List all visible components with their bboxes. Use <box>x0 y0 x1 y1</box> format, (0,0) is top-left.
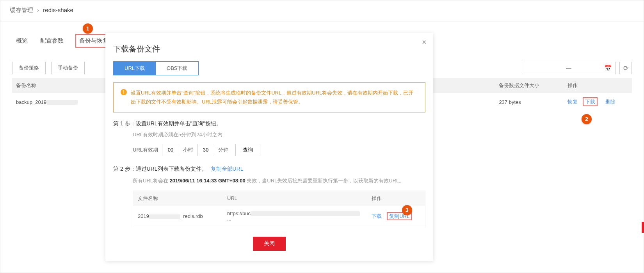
restore-link[interactable]: 恢复 <box>568 99 578 105</box>
hours-unit: 小时 <box>183 146 193 153</box>
col-file-ops: 操作 <box>367 191 425 206</box>
warning-text: 设置URL有效期并单击"查询"按钮，系统将生成临时的备份文件URL，超过有效期U… <box>131 88 418 107</box>
file-name-cell: 2019_redis.rdb <box>133 206 222 227</box>
col-file-url: URL <box>222 191 367 206</box>
redacted <box>46 100 78 105</box>
copy-all-url-link[interactable]: 复制全部URL <box>211 166 244 173</box>
tab-obs-download[interactable]: OBS下载 <box>156 62 198 75</box>
calendar-icon: 📅 <box>604 64 612 72</box>
modal-title: 下载备份文件 <box>105 33 433 61</box>
expire-suffix: 失效，当URL失效后接您需要重新执行第一步，以获取新的有效URL。 <box>247 178 404 184</box>
expire-prefix: 所有URL将会在 <box>133 178 168 184</box>
col-ops: 操作 <box>564 78 632 93</box>
backup-name-prefix: backup_2019 <box>16 99 46 105</box>
callout-badge-1: 1 <box>83 23 93 34</box>
expiry-notice: 所有URL将会在 2019/06/11 16:14:33 GMT+08:00 失… <box>133 177 425 185</box>
col-size: 备份数据文件大小 <box>495 78 563 93</box>
minutes-unit: 分钟 <box>218 146 228 153</box>
delete-link[interactable]: 删除 <box>605 99 616 105</box>
backup-strategy-button[interactable]: 备份策略 <box>12 62 46 74</box>
col-file-name: 文件名称 <box>133 191 222 206</box>
query-button[interactable]: 查询 <box>235 144 260 156</box>
warning-alert: ! 设置URL有效期并单击"查询"按钮，系统将生成临时的备份文件URL，超过有效… <box>113 82 425 112</box>
breadcrumb-sep: › <box>37 7 39 13</box>
step-1-label: 第 1 步：设置URL有效期并单击"查询"按钮。 <box>113 120 425 127</box>
file-url-prefix: https://buc <box>227 211 251 216</box>
step-2-label: 第 2 步：通过URL列表下载备份文件。 <box>113 166 207 173</box>
date-range-picker[interactable]: — 📅 <box>522 62 616 74</box>
breadcrumb: 缓存管理 › redis-shake <box>0 0 644 18</box>
download-backup-modal: × 下载备份文件 URL下载 OBS下载 ! 设置URL有效期并单击"查询"按钮… <box>105 33 433 261</box>
download-link[interactable]: 下载 <box>583 97 598 106</box>
manual-backup-button[interactable]: 手动备份 <box>51 62 85 74</box>
download-mode-tabs: URL下载 OBS下载 <box>113 61 199 75</box>
refresh-button[interactable]: ⟳ <box>619 62 632 74</box>
cell-size: 237 bytes <box>495 93 563 111</box>
minutes-input[interactable] <box>197 144 214 156</box>
expire-time: 2019/06/11 16:14:33 GMT+08:00 <box>170 178 246 184</box>
warning-icon: ! <box>121 89 127 95</box>
cell-ops: 恢复 下载 删除 <box>564 93 632 111</box>
tab-overview[interactable]: 概览 <box>15 36 28 46</box>
date-range-placeholder: — <box>566 65 571 71</box>
close-icon[interactable]: × <box>422 38 426 46</box>
callout-badge-3: 3 <box>402 205 412 215</box>
file-name-prefix: 2019 <box>138 213 149 219</box>
refresh-icon: ⟳ <box>623 64 628 72</box>
close-button[interactable]: 关闭 <box>253 237 286 251</box>
file-row: 2019_redis.rdb https://buc... 下载 复制URL <box>133 206 425 227</box>
file-download-link[interactable]: 下载 <box>372 213 382 219</box>
tab-params[interactable]: 配置参数 <box>39 36 64 46</box>
file-url-table: 文件名称 URL 操作 2019_redis.rdb https://buc..… <box>133 191 425 227</box>
expiry-form: URL有效期 小时 分钟 查询 <box>133 144 425 156</box>
redacted <box>251 211 360 216</box>
expiry-label: URL有效期 <box>133 146 158 153</box>
redacted <box>149 214 180 219</box>
file-ops-cell: 下载 复制URL <box>367 206 425 227</box>
scroll-indicator <box>642 222 644 233</box>
file-name-suffix: _redis.rdb <box>180 213 203 219</box>
tab-url-download[interactable]: URL下载 <box>114 62 156 75</box>
breadcrumb-current: redis-shake <box>43 7 73 13</box>
hours-input[interactable] <box>162 144 179 156</box>
breadcrumb-parent[interactable]: 缓存管理 <box>10 7 33 13</box>
callout-badge-2: 2 <box>582 114 592 124</box>
file-url-cell: https://buc... <box>222 206 367 227</box>
step-1-hint: URL有效时期必须在5分钟到24小时之内 <box>133 131 425 138</box>
